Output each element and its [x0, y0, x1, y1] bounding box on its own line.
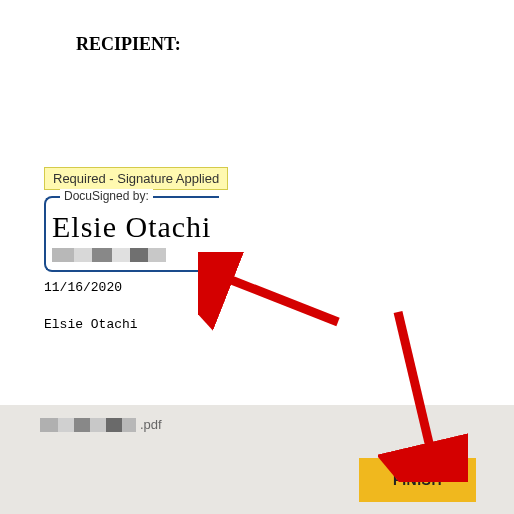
- signature-status-chip: Required - Signature Applied: [44, 167, 228, 190]
- file-name-row: .pdf: [40, 417, 474, 432]
- signature-block[interactable]: Elsie Otachi: [44, 196, 219, 272]
- finish-button[interactable]: FINISH: [359, 458, 476, 502]
- file-name-redacted: [40, 418, 136, 432]
- recipient-heading: RECIPIENT:: [76, 34, 464, 55]
- document-page: RECIPIENT: Required - Signature Applied …: [0, 0, 514, 405]
- printed-name: Elsie Otachi: [44, 317, 464, 332]
- signed-date: 11/16/2020: [44, 280, 464, 295]
- signature-handwriting: Elsie Otachi: [52, 210, 213, 244]
- signature-frame: Elsie Otachi: [44, 196, 219, 272]
- file-extension: .pdf: [140, 417, 162, 432]
- footer-bar: .pdf FINISH: [0, 405, 514, 514]
- signature-id-redacted: [52, 248, 213, 262]
